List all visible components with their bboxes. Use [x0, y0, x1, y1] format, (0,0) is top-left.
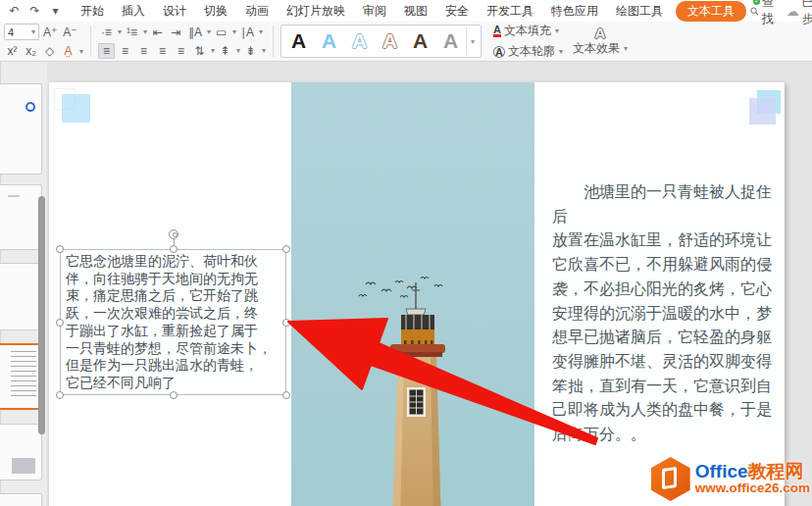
decor-square-topright-lavender: [749, 98, 776, 125]
phonetic-guide-button[interactable]: A̤: [60, 43, 76, 59]
text-effects-label: 文本效果: [573, 40, 620, 57]
wordart-gallery-more-button[interactable]: ▾: [466, 26, 479, 56]
menu-review[interactable]: 审阅: [354, 1, 395, 22]
space-below-button[interactable]: ⇟: [242, 43, 259, 59]
thumbnail-text-preview: [11, 351, 36, 396]
distribute-button[interactable]: ≡: [173, 43, 189, 59]
bullets-caret-icon: ▾: [118, 27, 122, 36]
increase-indent-button[interactable]: ⇥: [168, 25, 184, 40]
wordart-style-gray[interactable]: A: [435, 26, 466, 56]
columns-button[interactable]: ∣A: [238, 25, 256, 40]
decor-square-topleft-blue: [62, 94, 90, 123]
menu-devtools[interactable]: 开发工具: [478, 1, 542, 22]
text-box-button[interactable]: ▭: [213, 25, 229, 40]
clear-format-button[interactable]: ◇: [41, 43, 58, 59]
phonetic-caret-icon: ▾: [79, 47, 83, 56]
redo-icon[interactable]: ↷: [26, 3, 43, 19]
slide-thumbnail-4-selected[interactable]: [0, 343, 42, 410]
thumbnail-title-line: [8, 195, 20, 197]
slide-thumbnail-1[interactable]: [0, 83, 42, 175]
superscript-button[interactable]: x²: [4, 43, 21, 59]
thumbnail-logo-icon: [25, 102, 35, 112]
thumbnail-scrollbar[interactable]: [38, 196, 45, 434]
slide-thumbnail-2[interactable]: [0, 184, 42, 250]
wordart-style-blue-outline[interactable]: A: [344, 26, 375, 56]
align-center-button[interactable]: ≡: [117, 43, 133, 59]
office-logo-doc-shape: [662, 467, 677, 489]
text-direction-button[interactable]: ∥A: [186, 25, 204, 40]
resize-handle-bottomcenter[interactable]: [170, 391, 178, 399]
align-left-button[interactable]: ≡: [98, 43, 115, 59]
align-right-button[interactable]: ≡: [135, 43, 152, 59]
text-fill-icon: A: [493, 25, 501, 37]
resize-handle-topleft[interactable]: [56, 245, 64, 253]
thumbnail-image-placeholder: [12, 458, 35, 474]
menu-transitions[interactable]: 切换: [195, 1, 236, 22]
resize-handle-bottomleft[interactable]: [56, 391, 64, 399]
font-size-combo[interactable]: 4 ▾: [4, 24, 39, 40]
grow-font-button[interactable]: A⁺: [41, 25, 59, 40]
menu-drawing-tools[interactable]: 绘图工具: [607, 1, 672, 22]
numbering-button[interactable]: ¹≡: [124, 25, 140, 40]
watermark-url: www.office26.com: [695, 481, 810, 495]
menu-view[interactable]: 视图: [395, 1, 436, 22]
search-icon: [750, 6, 759, 17]
left-textbox-selected[interactable]: 它思念池塘里的泥泞、荷叶和伙 伴，向往驰骋于天地间的无拘无 束，痛定思痛之后，它…: [60, 249, 286, 395]
find-label: 查找: [762, 0, 781, 27]
resize-handle-midleft[interactable]: [56, 319, 64, 327]
font-size-value: 4: [8, 26, 14, 38]
text-effects-caret-icon: ▾: [624, 44, 628, 53]
editing-workspace: 它思念池塘里的泥泞、荷叶和伙 伴，向往驰骋于天地间的无拘无 束，痛定思痛之后，它…: [0, 62, 812, 506]
text-outline-icon: A: [493, 46, 505, 58]
menu-text-tools-active-tab[interactable]: 文本工具: [676, 1, 746, 22]
toolbar-separator: [90, 25, 91, 57]
text-effects-icon: A: [595, 26, 606, 40]
menu-animation[interactable]: 动画: [236, 1, 278, 22]
resize-handle-topright[interactable]: [282, 245, 290, 253]
slide-thumbnail-3[interactable]: [0, 263, 42, 330]
menu-home[interactable]: 开始: [72, 1, 113, 22]
space-above-button[interactable]: ⇞: [217, 43, 233, 59]
slide-thumbnail-5[interactable]: [0, 424, 42, 481]
resize-handle-bottomright[interactable]: [282, 391, 290, 399]
line-spacing-caret-icon: ▾: [211, 46, 215, 55]
line-spacing-button[interactable]: ⇅: [191, 43, 208, 59]
lighthouse-photo[interactable]: [291, 82, 534, 506]
menu-insert[interactable]: 插入: [113, 1, 154, 22]
right-textbox[interactable]: 池塘里的一只青蛙被人捉住后 放置在温水缸里，舒适的环境让 它欣喜不已，不用躲避风…: [546, 177, 782, 424]
menu-special-apps[interactable]: 特色应用: [542, 1, 607, 22]
history-more-icon[interactable]: ▾: [47, 3, 64, 19]
rotate-handle[interactable]: [169, 229, 178, 239]
text-outline-button[interactable]: A 文本轮廓 ▾: [493, 43, 563, 60]
subscript-button[interactable]: x₂: [23, 43, 39, 59]
text-outline-label: 文本轮廓: [508, 43, 555, 60]
lighthouse-illustration: [291, 82, 534, 506]
justify-button[interactable]: ≡: [154, 43, 171, 59]
text-effects-button[interactable]: A 文本效果 ▾: [573, 26, 628, 57]
slide-thumbnail-6[interactable]: [0, 493, 42, 506]
columns-caret-icon: ▾: [259, 27, 263, 36]
undo-icon[interactable]: ↶: [6, 3, 23, 19]
resize-handle-topcenter[interactable]: [170, 245, 178, 253]
sync-status[interactable]: ☁ ✓ 已同步 ▾: [787, 0, 812, 27]
wordart-style-darkbrown[interactable]: A: [405, 26, 435, 56]
menu-security[interactable]: 安全: [436, 1, 478, 22]
office26-watermark: Office教程网 www.office26.com: [651, 457, 810, 501]
space-below-caret-icon: ▾: [262, 46, 266, 55]
cloud-icon: ☁: [787, 4, 799, 19]
wordart-style-gallery: A A A A A A ▾: [280, 25, 482, 58]
menu-slideshow[interactable]: 幻灯片放映: [278, 1, 354, 22]
text-tools-ribbon: 4 ▾ A⁺ A⁻ x² x₂ ◇ A̤ ▾ ∙≡▾ ¹≡▾ ⇤ ⇥ ∥A▾ ▭…: [0, 22, 812, 62]
text-fill-button[interactable]: A 文本填充 ▾: [493, 23, 563, 39]
decrease-indent-button[interactable]: ⇤: [149, 25, 166, 40]
wordart-style-lightblue[interactable]: A: [314, 26, 344, 56]
shrink-font-button[interactable]: A⁻: [61, 25, 78, 40]
wordart-style-brown-outline[interactable]: A: [375, 26, 405, 56]
wordart-style-plain[interactable]: A: [283, 26, 314, 56]
font-size-caret-icon: ▾: [31, 27, 35, 36]
text-fill-label: 文本填充: [504, 23, 551, 39]
slide-canvas[interactable]: 它思念池塘里的泥泞、荷叶和伙 伴，向往驰骋于天地间的无拘无 束，痛定思痛之后，它…: [49, 82, 785, 506]
menu-design[interactable]: 设计: [154, 1, 195, 22]
bullets-button[interactable]: ∙≡: [98, 25, 115, 40]
resize-handle-midright[interactable]: [282, 319, 290, 327]
